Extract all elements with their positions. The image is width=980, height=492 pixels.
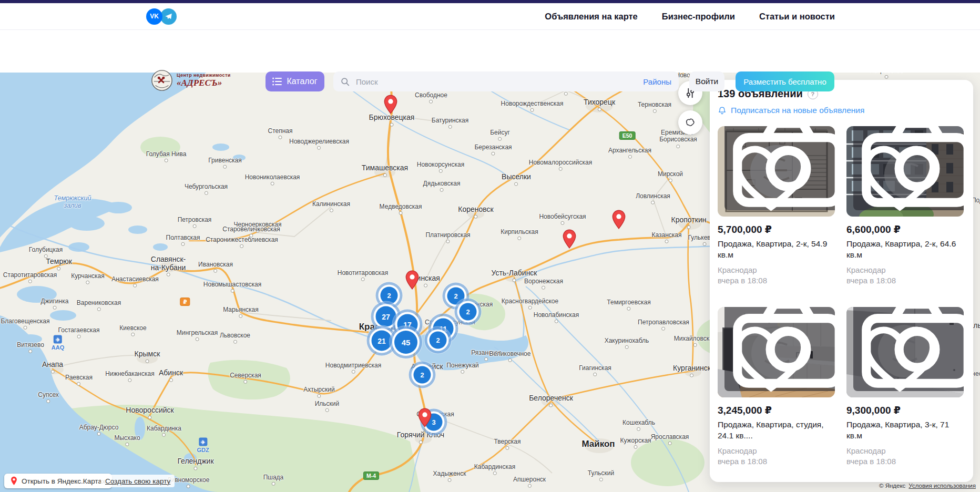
map-attribution: © ЯндексУсловия использования <box>879 483 976 489</box>
logo-line2: «АДРЕСЪ» <box>177 78 231 88</box>
top-nav: Объявления на картеБизнес-профилиСтатьи … <box>545 12 835 22</box>
listing-description: Продажа, Квартира, 2-к, 64.6 кв.м <box>846 239 964 261</box>
social-icons: VK <box>146 8 177 25</box>
listing-description: Продажа, Квартира, 3-к, 71 кв.м <box>846 419 964 442</box>
listing-time: вчера в 18:08 <box>718 276 835 285</box>
create-own-map-link[interactable]: Создать свою карту <box>101 475 175 487</box>
subscribe-link[interactable]: Подписаться на новые объявления <box>718 106 965 115</box>
draw-area-icon <box>684 116 697 129</box>
favorite-heart-icon[interactable] <box>846 130 958 217</box>
listing-city: Краснодар <box>846 265 964 274</box>
map-cluster-marker[interactable]: 45 <box>394 331 417 354</box>
nav-link[interactable]: Статьи и новости <box>759 12 835 22</box>
map-cluster-marker[interactable]: 2 <box>381 287 398 304</box>
search-icon <box>341 77 350 86</box>
header: Центр недвижимости «АДРЕСЪ» Каталог Райо… <box>0 30 980 73</box>
listing-description: Продажа, Квартира, 2-к, 54.9 кв.м <box>718 239 835 261</box>
nav-link[interactable]: Бизнес-профили <box>662 12 735 22</box>
listing-price: 6,600,000 ₽ <box>846 223 964 235</box>
draw-area-button[interactable] <box>678 110 702 135</box>
listing-card[interactable]: 1 9,300,000 ₽ Продажа, Квартира, 3-к, 71… <box>846 307 964 466</box>
map-pin-marker[interactable] <box>611 210 626 232</box>
listing-photo-floorplan[interactable]: 8 <box>718 126 835 217</box>
listing-photo-room[interactable]: 1 <box>846 307 964 397</box>
search-box: Районы <box>333 71 679 91</box>
map-cluster-marker[interactable]: 2 <box>414 366 431 384</box>
listing-photo-kitchen[interactable]: 22 <box>718 307 835 397</box>
map-cluster-marker[interactable]: 21 <box>372 331 392 351</box>
listing-photo-building[interactable]: 20 <box>846 126 964 217</box>
listing-city: Краснодар <box>718 446 835 455</box>
listing-card[interactable]: 22 3,245,000 ₽ Продажа, Квартира, студия… <box>718 307 835 466</box>
map-cluster-marker[interactable]: 2 <box>460 303 477 321</box>
listing-city: Краснодар <box>846 446 964 455</box>
telegram-icon[interactable] <box>160 8 177 25</box>
listing-time: вчера в 18:08 <box>718 457 835 466</box>
listing-price: 5,700,000 ₽ <box>718 223 835 235</box>
nav-link[interactable]: Объявления на карте <box>545 12 637 22</box>
listing-time: вчера в 18:08 <box>846 276 964 285</box>
subscribe-label: Подписаться на новые объявления <box>731 106 864 115</box>
open-in-yandex-maps-label: Открыть в Яндекс.Картах <box>22 477 106 485</box>
favorite-heart-icon[interactable] <box>846 311 958 397</box>
listing-cards-grid: 8 5,700,000 ₽ Продажа, Квартира, 2-к, 54… <box>718 126 965 466</box>
favorite-heart-icon[interactable] <box>718 130 830 217</box>
post-free-button[interactable]: Разместить бесплатно <box>736 71 834 91</box>
catalog-label: Каталог <box>287 77 317 86</box>
map-cluster-marker[interactable]: 2 <box>447 288 465 305</box>
favorite-heart-icon[interactable] <box>718 311 830 397</box>
logo-line1: Центр недвижимости <box>177 73 231 78</box>
yandex-pin-icon <box>11 476 17 486</box>
listing-card[interactable]: 8 5,700,000 ₽ Продажа, Квартира, 2-к, 54… <box>718 126 835 285</box>
open-in-yandex-maps-button[interactable]: Открыть в Яндекс.Картах <box>4 474 112 488</box>
listing-card[interactable]: 20 6,600,000 ₽ Продажа, Квартира, 2-к, 6… <box>846 126 964 285</box>
districts-link[interactable]: Районы <box>643 77 671 86</box>
map-pin-marker[interactable] <box>562 229 577 251</box>
map-pin-marker[interactable] <box>383 95 398 117</box>
map-cluster-marker[interactable]: 2 <box>430 332 447 349</box>
listing-description: Продажа, Квартира, студия, 24.1 кв.... <box>718 419 835 442</box>
vk-icon[interactable]: VK <box>146 8 162 25</box>
login-button[interactable]: Войти <box>689 71 724 91</box>
listings-panel: 139 объявлений ? Подписаться на новые об… <box>710 80 973 482</box>
yandex-copyright: © Яндекс <box>879 483 905 489</box>
catalog-button[interactable]: Каталог <box>266 71 324 91</box>
terms-of-use-link[interactable]: Условия использования <box>908 483 976 489</box>
bell-icon <box>718 106 727 115</box>
listing-time: вчера в 18:08 <box>846 457 964 466</box>
map-pin-marker[interactable] <box>405 270 420 292</box>
map-cluster-marker[interactable]: 27 <box>376 306 396 327</box>
listing-city: Краснодар <box>718 265 835 274</box>
search-input[interactable] <box>355 77 643 87</box>
logo-emblem <box>150 69 173 92</box>
map-pin-marker[interactable] <box>417 408 432 430</box>
top-nav-row: VK Объявления на картеБизнес-профилиСтат… <box>0 3 980 30</box>
list-icon <box>272 77 282 86</box>
listing-price: 3,245,000 ₽ <box>718 404 835 416</box>
listing-price: 9,300,000 ₽ <box>846 404 964 416</box>
logo[interactable]: Центр недвижимости «АДРЕСЪ» <box>150 69 231 92</box>
